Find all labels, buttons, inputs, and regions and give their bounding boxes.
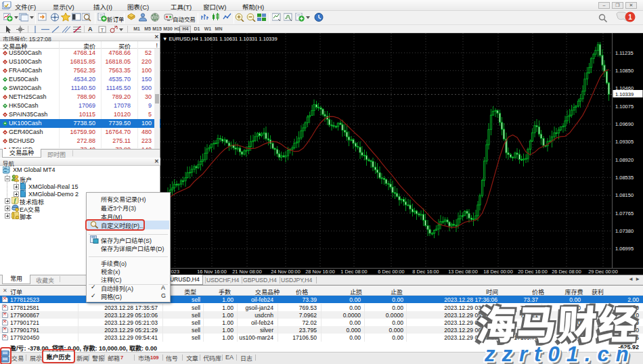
svg-text:▼ EURUSD,H4 1.10631 1.10631 1: ▼ EURUSD,H4 1.10631 1.10631 1.10331 1.10… [162, 36, 278, 42]
svg-text:T: T [101, 27, 104, 33]
svg-text:18 Dec 00:00: 18 Dec 00:00 [483, 269, 512, 275]
svg-text:1.06995: 1.06995 [615, 246, 634, 252]
svg-text:16 Nov 16:00: 16 Nov 16:00 [197, 269, 226, 275]
svg-text:1.08150: 1.08150 [615, 192, 634, 198]
svg-text:1.09305: 1.09305 [615, 139, 634, 145]
svg-text:1.10850: 1.10850 [615, 68, 634, 74]
svg-text:8 Dec 16:00: 8 Dec 16:00 [412, 269, 439, 275]
svg-text:20 Dec 16:00: 20 Dec 16:00 [518, 269, 547, 275]
svg-text:1: 1 [628, 14, 632, 21]
svg-text:1.11235: 1.11235 [615, 50, 634, 56]
svg-text:29 Dec 00:00: 29 Dec 00:00 [588, 269, 617, 275]
svg-text:1.07380: 1.07380 [615, 228, 634, 234]
svg-text:24 Nov 00:00: 24 Nov 00:00 [271, 269, 300, 275]
svg-text:1.10075: 1.10075 [615, 104, 634, 110]
svg-text:28 Nov 16:00: 28 Nov 16:00 [305, 269, 334, 275]
svg-text:1 Dec 08:00: 1 Dec 08:00 [340, 269, 367, 275]
svg-text:26 Dec 08:00: 26 Dec 08:00 [552, 269, 581, 275]
svg-text:6 Dec 00:00: 6 Dec 00:00 [378, 269, 404, 275]
svg-text:13 Dec 08:00: 13 Dec 08:00 [448, 269, 477, 275]
svg-text:1.08920: 1.08920 [615, 157, 634, 163]
svg-text:1.10339: 1.10339 [615, 91, 634, 97]
svg-text:1.07765: 1.07765 [615, 210, 634, 217]
svg-text:21 Nov 08:00: 21 Nov 08:00 [232, 269, 261, 275]
svg-text:1.09690: 1.09690 [615, 121, 634, 127]
svg-text:1.08535: 1.08535 [615, 175, 634, 181]
